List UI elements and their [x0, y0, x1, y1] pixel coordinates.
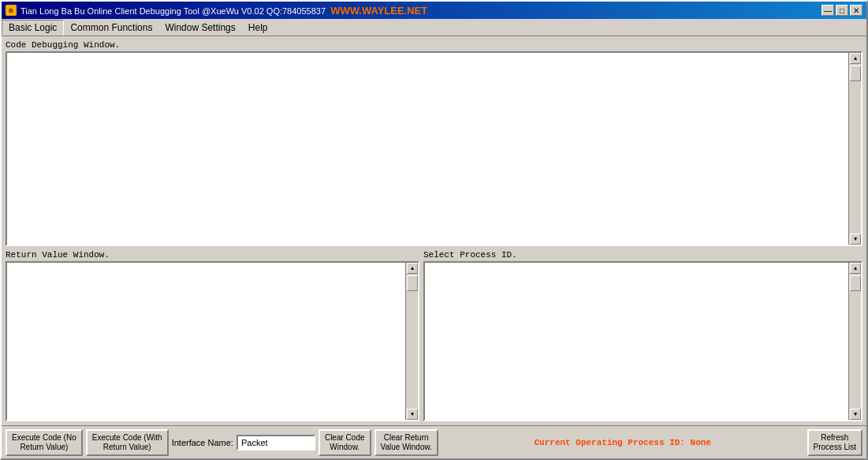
code-debugging-textarea[interactable]: ▲ ▼	[6, 51, 862, 246]
menu-window-settings[interactable]: Window Settings	[158, 21, 241, 35]
interface-name-label: Interface Name:	[172, 438, 233, 447]
bottom-section: Return Value Window. ▲ ▼ Select Process …	[6, 250, 862, 421]
refresh-process-button[interactable]: RefreshProcess List	[807, 429, 862, 456]
title-bar-left: ⚙ Tian Long Ba Bu Online Client Debuggin…	[6, 5, 427, 17]
app-icon: ⚙	[6, 5, 17, 16]
title-text: Tian Long Ba Bu Online Client Debugging …	[20, 5, 427, 17]
minimize-button[interactable]: —	[821, 5, 834, 16]
clear-return-button[interactable]: Clear ReturnValue Window.	[374, 429, 438, 456]
process-scrollbar-up[interactable]: ▲	[850, 263, 861, 274]
content-area: Code Debugging Window. ▲ ▼ Return Value …	[2, 36, 866, 425]
execute-no-return-button[interactable]: Execute Code (NoReturn Value)	[6, 429, 83, 456]
process-id-listbox[interactable]: ▲ ▼	[423, 261, 862, 421]
scrollbar-up-arrow[interactable]: ▲	[850, 53, 861, 64]
toolbar: Execute Code (NoReturn Value) Execute Co…	[2, 425, 866, 458]
window-title: Tian Long Ba Bu Online Client Debugging …	[20, 6, 326, 16]
process-scrollbar-thumb[interactable]	[850, 275, 861, 291]
menu-help[interactable]: Help	[242, 21, 274, 35]
process-scrollbar-down[interactable]: ▼	[850, 409, 861, 420]
close-button[interactable]: ✕	[850, 5, 862, 16]
scrollbar-down-arrow[interactable]: ▼	[850, 234, 861, 245]
current-process-status: Current Operating Process ID: None	[441, 438, 804, 447]
code-scrollbar-v[interactable]: ▲ ▼	[848, 53, 861, 245]
process-scrollbar-v[interactable]: ▲ ▼	[848, 263, 861, 420]
scrollbar-thumb[interactable]	[850, 65, 861, 81]
return-value-textarea[interactable]: ▲ ▼	[6, 261, 419, 421]
maximize-button[interactable]: □	[836, 5, 848, 16]
return-value-label: Return Value Window.	[6, 250, 419, 260]
process-id-panel: Select Process ID. ▲ ▼	[423, 250, 862, 421]
return-scrollbar-v[interactable]: ▲ ▼	[405, 263, 418, 420]
clear-code-button[interactable]: Clear CodeWindow.	[319, 429, 371, 456]
menu-bar: Basic Logic Common Functions Window Sett…	[2, 19, 866, 36]
title-controls: — □ ✕	[821, 5, 862, 16]
menu-basic-logic[interactable]: Basic Logic	[2, 20, 64, 36]
title-bar: ⚙ Tian Long Ba Bu Online Client Debuggin…	[2, 2, 866, 19]
interface-name-input[interactable]	[237, 435, 315, 451]
code-debugging-section: Code Debugging Window. ▲ ▼	[6, 40, 862, 246]
process-id-label: Select Process ID.	[423, 250, 862, 260]
main-window: ⚙ Tian Long Ba Bu Online Client Debuggin…	[0, 0, 868, 460]
return-scrollbar-thumb[interactable]	[407, 275, 418, 291]
return-scrollbar-up[interactable]: ▲	[407, 263, 418, 274]
execute-with-return-button[interactable]: Execute Code (WithReturn Value)	[86, 429, 169, 456]
return-scrollbar-down[interactable]: ▼	[407, 409, 418, 420]
code-debugging-label: Code Debugging Window.	[6, 40, 862, 50]
return-value-panel: Return Value Window. ▲ ▼	[6, 250, 419, 421]
menu-common-functions[interactable]: Common Functions	[64, 21, 158, 35]
brand-text: WWW.WAYLEE.NET	[330, 5, 427, 17]
